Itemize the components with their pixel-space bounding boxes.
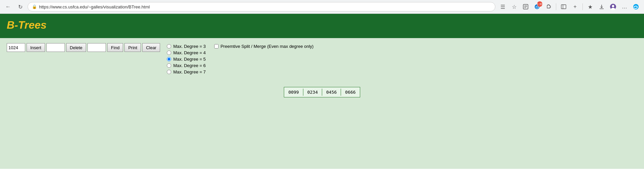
menu-button[interactable]: …: [620, 2, 629, 11]
controls-area: Insert Delete Find Print Clear Max. Degr…: [0, 38, 644, 80]
lock-icon: 🔒: [32, 4, 37, 9]
insert-value-input[interactable]: [7, 43, 25, 52]
reload-button[interactable]: ↻: [15, 2, 25, 11]
degree-5-label: Max. Degree = 5: [173, 57, 205, 62]
browser-actions: ☰ ☆ 1:30: [498, 2, 641, 11]
degree-radio-group: Max. Degree = 3 Max. Degree = 4 Max. Deg…: [167, 43, 205, 75]
favorites-star-button[interactable]: ★: [585, 2, 595, 11]
degree-7-radio[interactable]: [167, 70, 171, 74]
degree-6-label: Max. Degree = 6: [173, 63, 205, 68]
browser-toolbar: ← ↻ 🔒 https://www.cs.usfca.edu/~galles/v…: [0, 0, 644, 13]
delete-value-input[interactable]: [46, 43, 65, 52]
favorites-button[interactable]: ☆: [509, 2, 519, 11]
degree-5-radio[interactable]: [167, 57, 171, 61]
svg-point-9: [612, 5, 614, 7]
page-header: B-Trees: [0, 14, 644, 38]
back-button[interactable]: ←: [3, 2, 13, 11]
notifications-wrapper: 1:30: [532, 2, 542, 11]
degree-5-item: Max. Degree = 5: [167, 56, 205, 62]
preemptive-split-container: Preemtive Split / Merge (Even max degree…: [214, 44, 314, 49]
browser-chrome: ← ↻ 🔒 https://www.cs.usfca.edu/~galles/v…: [0, 0, 644, 14]
url-text: https://www.cs.usfca.edu/~galles/visuali…: [39, 4, 150, 9]
tree-cell-0456: 0456: [322, 89, 341, 96]
controls-left: Insert Delete Find Print Clear: [7, 43, 160, 52]
tree-cell-0666: 0666: [341, 89, 359, 96]
preemptive-split-checkbox[interactable]: [214, 44, 219, 49]
controls-options: Max. Degree = 3 Max. Degree = 4 Max. Deg…: [167, 43, 313, 75]
degree-3-radio[interactable]: [167, 44, 171, 49]
find-value-input[interactable]: [87, 43, 106, 52]
degree-7-item: Max. Degree = 7: [167, 69, 205, 75]
clear-button[interactable]: Clear: [142, 43, 160, 52]
degree-6-item: Max. Degree = 6: [167, 62, 205, 69]
tree-cell-0234: 0234: [303, 89, 322, 96]
extensions-button[interactable]: [544, 2, 553, 11]
svg-rect-5: [561, 5, 566, 9]
notification-count: 1:30: [537, 1, 542, 7]
collections-button[interactable]: [521, 2, 530, 11]
insert-button[interactable]: Insert: [27, 43, 45, 52]
degree-3-label: Max. Degree = 3: [173, 44, 205, 49]
toolbar-divider: [556, 3, 556, 10]
tree-root-node: 0099 0234 0456 0666: [284, 87, 360, 97]
degree-7-label: Max. Degree = 7: [173, 69, 205, 74]
preemptive-split-label: Preemtive Split / Merge (Even max degree…: [221, 44, 314, 49]
add-tab-button[interactable]: +: [570, 2, 580, 11]
page-title: B-Trees: [7, 19, 637, 31]
tree-display: 0099 0234 0456 0666: [0, 80, 644, 104]
degree-4-label: Max. Degree = 4: [173, 50, 205, 55]
degree-4-item: Max. Degree = 4: [167, 50, 205, 56]
degree-6-radio[interactable]: [167, 63, 171, 68]
reader-view-button[interactable]: ☰: [498, 2, 507, 11]
degree-3-item: Max. Degree = 3: [167, 43, 205, 50]
profile-button[interactable]: [608, 2, 618, 11]
delete-button[interactable]: Delete: [66, 43, 86, 52]
downloads-button[interactable]: [597, 2, 606, 11]
address-bar[interactable]: 🔒 https://www.cs.usfca.edu/~galles/visua…: [28, 2, 495, 11]
degree-4-radio[interactable]: [167, 51, 171, 55]
sidebar-button[interactable]: [559, 2, 568, 11]
print-button[interactable]: Print: [124, 43, 141, 52]
tree-cell-0099: 0099: [284, 89, 303, 96]
edge-logo[interactable]: [631, 2, 641, 11]
page-content: B-Trees Insert Delete Find Print Clear M…: [0, 14, 644, 169]
find-button[interactable]: Find: [107, 43, 123, 52]
toolbar-divider-2: [582, 3, 583, 10]
